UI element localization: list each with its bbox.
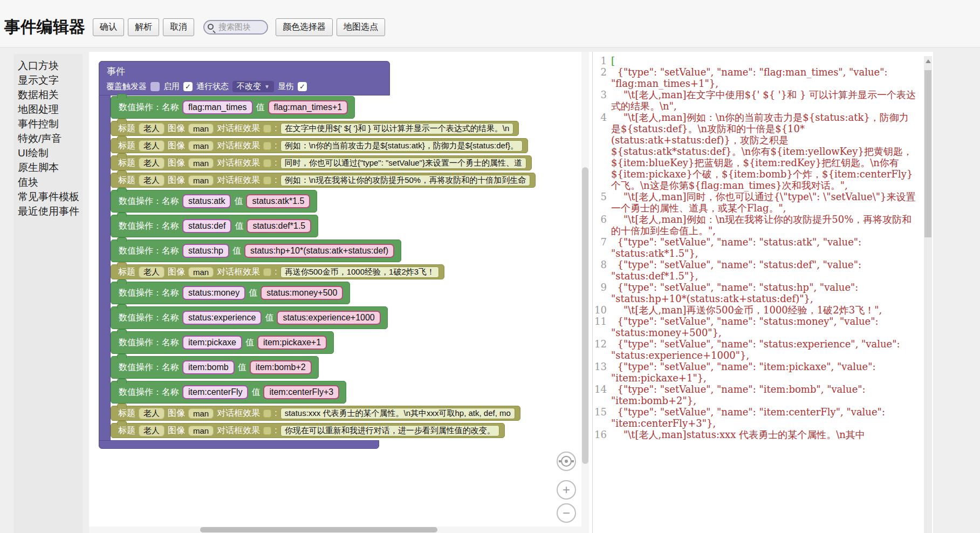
value-name-chip[interactable]: status:experience <box>182 311 262 325</box>
dialog-title-chip[interactable]: 老人 <box>139 123 165 134</box>
canvas-horizontal-scrollbar[interactable] <box>89 527 581 533</box>
dialog-effect-checkbox[interactable] <box>263 125 271 133</box>
dialog-effect-checkbox[interactable] <box>263 427 271 435</box>
set-value-block[interactable]: 数值操作：名称item:centerFly值item:centerFly+3 <box>111 381 346 404</box>
dialog-text-block[interactable]: 标题老人图像man对话框效果:例如：\n现在我将让你的攻防提升50%，再将攻防和… <box>111 173 536 188</box>
dialog-effect-checkbox[interactable] <box>263 268 271 276</box>
zoom-reset-button[interactable] <box>557 452 576 471</box>
dialog-text-chip[interactable]: status:xxx 代表勇士的某个属性。\n其中xxx可取hp, atk, d… <box>280 408 515 419</box>
code-line[interactable]: 14 {"type": "setValue", "name": "item:bo… <box>593 384 933 406</box>
dialog-title-chip[interactable]: 老人 <box>139 175 165 186</box>
set-value-block[interactable]: 数值操作：名称item:pickaxe值item:pickaxe+1 <box>111 331 334 354</box>
set-value-block[interactable]: 数值操作：名称status:money值status:money+500 <box>111 282 350 304</box>
dialog-text-block[interactable]: 标题老人图像man对话框效果:在文字中使用${' ${ '}和 } 可以计算并显… <box>111 121 519 136</box>
value-name-chip[interactable]: status:atk <box>182 194 231 208</box>
sidebar-item-10[interactable]: 最近使用事件 <box>18 204 83 218</box>
value-expression-chip[interactable]: item:centerFly+3 <box>263 385 339 399</box>
value-expression-chip[interactable]: status:atk*1.5 <box>246 194 310 208</box>
set-value-block[interactable]: 数值操作：名称status:experience值status:experien… <box>111 306 388 329</box>
code-line[interactable]: 5 "\t[老人,man]同时，你也可以通过{\"type\": \"setVa… <box>593 191 933 214</box>
value-name-chip[interactable]: status:hp <box>182 244 229 258</box>
sidebar-item-0[interactable]: 入口方块 <box>18 58 83 73</box>
color-picker-button[interactable]: 颜色选择器 <box>276 18 333 36</box>
zoom-out-button[interactable]: − <box>557 503 576 523</box>
dialog-image-chip[interactable]: man <box>188 141 214 151</box>
dialog-text-block[interactable]: 标题老人图像man对话框效果:同时，你也可以通过{"type": "setVal… <box>111 155 532 170</box>
value-expression-chip[interactable]: item:bomb+2 <box>250 360 312 374</box>
blockly-canvas[interactable]: 事件 覆盖触发器 启用 ✓ 通行状态 不改变 ▼ 显伤 ✓ 数值操作：名称fla… <box>89 52 592 533</box>
scrollbar-up-arrow-icon[interactable] <box>926 59 931 63</box>
set-value-block[interactable]: 数值操作：名称status:hp值status:hp+10*(status:at… <box>111 240 401 262</box>
code-line[interactable]: 16 "\t[老人,man]status:xxx 代表勇士的某个属性。\n其中 <box>593 429 933 440</box>
code-line[interactable]: 10 "\t[老人,man]再送你500金币，1000经验，1破2炸3飞！", <box>593 304 933 316</box>
search-input[interactable]: 搜索图块 <box>203 20 268 35</box>
enable-checkbox[interactable]: ✓ <box>183 82 193 91</box>
code-line[interactable]: 7 {"type": "setValue", "name": "status:a… <box>593 236 933 259</box>
dialog-title-chip[interactable]: 老人 <box>139 266 165 278</box>
event-block-header[interactable]: 事件 覆盖触发器 启用 ✓ 通行状态 不改变 ▼ 显伤 ✓ <box>99 61 390 95</box>
code-line[interactable]: 13 {"type": "setValue", "name": "item:pi… <box>593 361 933 384</box>
code-line[interactable]: 3 "\t[老人,man]在文字中使用${' ${ '}和 } 可以计算并显示一… <box>593 89 933 112</box>
canvas-vertical-scrollbar-thumb[interactable] <box>582 167 588 464</box>
dialog-text-block[interactable]: 标题老人图像man对话框效果:例如：\n你的当前攻击力是${status:atk… <box>111 138 528 153</box>
canvas-horizontal-scrollbar-thumb[interactable] <box>200 527 437 532</box>
code-line[interactable]: 11 {"type": "setValue", "name": "status:… <box>593 316 933 338</box>
sidebar-item-5[interactable]: 特效/声音 <box>18 131 83 146</box>
trigger-checkbox[interactable] <box>150 82 160 91</box>
set-value-block[interactable]: 数值操作：名称flag:man_times值flag:man_times+1 <box>111 96 355 119</box>
dialog-effect-checkbox[interactable] <box>263 159 271 167</box>
value-expression-chip[interactable]: status:experience+1000 <box>277 311 380 325</box>
dialog-text-block[interactable]: 标题老人图像man对话框效果:status:xxx 代表勇士的某个属性。\n其中… <box>111 406 520 421</box>
sidebar-item-2[interactable]: 数据相关 <box>18 87 83 102</box>
code-line[interactable]: 12 {"type": "setValue", "name": "status:… <box>593 338 933 361</box>
sidebar-item-8[interactable]: 值块 <box>18 175 83 189</box>
dialog-text-chip[interactable]: 在文字中使用${' ${ '}和 } 可以计算并显示一个表达式的结果。\n <box>280 123 514 134</box>
set-value-block[interactable]: 数值操作：名称status:atk值status:atk*1.5 <box>111 190 317 213</box>
value-name-chip[interactable]: status:money <box>182 286 245 300</box>
dialog-text-chip[interactable]: 例如：\n现在我将让你的攻防提升50%，再将攻防和的十倍加到生命 <box>280 175 531 186</box>
sidebar-item-4[interactable]: 事件控制 <box>18 117 83 131</box>
dialog-text-chip[interactable]: 你现在可以重新和我进行对话，进一步看到属性值的改变。 <box>280 425 499 436</box>
dialog-title-chip[interactable]: 老人 <box>139 158 165 169</box>
sidebar-item-9[interactable]: 常见事件模板 <box>18 189 83 204</box>
dialog-effect-checkbox[interactable] <box>263 409 271 418</box>
dialog-title-chip[interactable]: 老人 <box>139 140 165 152</box>
code-line[interactable]: 15 {"type": "setValue", "name": "item:ce… <box>593 406 933 429</box>
code-vertical-scrollbar-thumb[interactable] <box>924 70 931 237</box>
map-pick-button[interactable]: 地图选点 <box>337 18 385 36</box>
dialog-effect-checkbox[interactable] <box>263 142 271 150</box>
dialog-effect-checkbox[interactable] <box>263 176 271 184</box>
code-line[interactable]: 9 {"type": "setValue", "name": "status:h… <box>593 282 933 304</box>
damage-checkbox[interactable]: ✓ <box>298 82 307 91</box>
code-line[interactable]: 1[ <box>593 55 933 66</box>
cancel-button[interactable]: 取消 <box>163 18 194 36</box>
value-name-chip[interactable]: status:def <box>182 219 231 233</box>
confirm-button[interactable]: 确认 <box>93 18 124 36</box>
code-line[interactable]: 4 "\t[老人,man]例如：\n你的当前攻击力是${status:atk}，… <box>593 112 933 191</box>
code-vertical-scrollbar[interactable] <box>924 56 932 533</box>
value-name-chip[interactable]: item:pickaxe <box>182 336 242 350</box>
value-expression-chip[interactable]: flag:man_times+1 <box>268 100 348 114</box>
sidebar-item-6[interactable]: UI绘制 <box>18 146 83 160</box>
dialog-image-chip[interactable]: man <box>188 267 214 277</box>
dialog-text-chip[interactable]: 例如：\n你的当前攻击力是${status:atk}，防御力是${status:… <box>280 140 523 152</box>
code-line[interactable]: 2 {"type": "setValue", "name": "flag:man… <box>593 66 933 89</box>
set-value-block[interactable]: 数值操作：名称status:def值status:def*1.5 <box>111 215 318 237</box>
set-value-block[interactable]: 数值操作：名称item:bomb值item:bomb+2 <box>111 356 319 379</box>
value-expression-chip[interactable]: status:def*1.5 <box>246 219 311 233</box>
json-code-panel[interactable]: 1[2 {"type": "setValue", "name": "flag:m… <box>592 52 933 533</box>
value-expression-chip[interactable]: status:money+500 <box>261 286 343 300</box>
parse-button[interactable]: 解析 <box>128 18 159 36</box>
dialog-title-chip[interactable]: 老人 <box>139 425 165 436</box>
sidebar-item-7[interactable]: 原生脚本 <box>18 160 83 175</box>
dialog-image-chip[interactable]: man <box>188 124 214 134</box>
value-name-chip[interactable]: flag:man_times <box>182 100 253 114</box>
value-name-chip[interactable]: item:bomb <box>182 360 235 374</box>
sidebar-item-1[interactable]: 显示文字 <box>18 73 83 87</box>
dialog-image-chip[interactable]: man <box>188 408 214 419</box>
dialog-image-chip[interactable]: man <box>188 175 214 186</box>
dialog-image-chip[interactable]: man <box>188 158 214 168</box>
value-expression-chip[interactable]: item:pickaxe+1 <box>257 336 327 350</box>
dialog-title-chip[interactable]: 老人 <box>139 408 165 419</box>
value-name-chip[interactable]: item:centerFly <box>182 385 248 399</box>
